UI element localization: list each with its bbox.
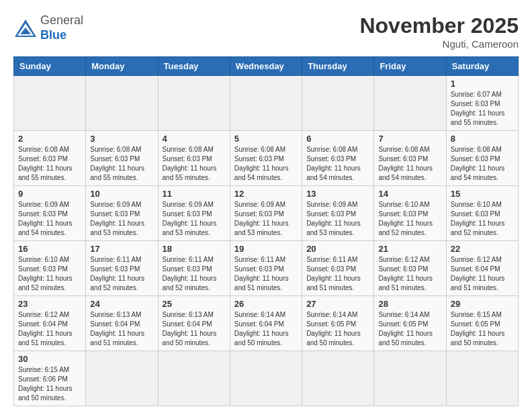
day-number: 23 [18,299,81,309]
calendar-cell: 28Sunrise: 6:14 AM Sunset: 6:05 PM Dayli… [374,296,446,351]
calendar-cell: 17Sunrise: 6:11 AM Sunset: 6:03 PM Dayli… [86,241,158,296]
day-number: 19 [234,244,298,254]
day-info: Sunrise: 6:15 AM Sunset: 6:05 PM Dayligh… [451,310,514,348]
day-number: 25 [163,299,226,309]
calendar-cell: 22Sunrise: 6:12 AM Sunset: 6:04 PM Dayli… [446,241,518,296]
calendar-cell: 14Sunrise: 6:10 AM Sunset: 6:03 PM Dayli… [374,186,446,241]
day-info: Sunrise: 6:08 AM Sunset: 6:03 PM Dayligh… [451,145,514,183]
day-info: Sunrise: 6:08 AM Sunset: 6:03 PM Dayligh… [234,145,298,183]
logo-icon [13,18,38,38]
day-info: Sunrise: 6:13 AM Sunset: 6:04 PM Dayligh… [163,310,226,348]
day-number: 13 [306,189,369,199]
day-number: 28 [378,299,441,309]
day-info: Sunrise: 6:09 AM Sunset: 6:03 PM Dayligh… [90,200,153,238]
day-info: Sunrise: 6:08 AM Sunset: 6:03 PM Dayligh… [18,145,81,183]
calendar-cell: 20Sunrise: 6:11 AM Sunset: 6:03 PM Dayli… [302,241,374,296]
day-info: Sunrise: 6:14 AM Sunset: 6:04 PM Dayligh… [234,310,298,348]
day-number: 12 [234,189,298,199]
calendar-cell: 13Sunrise: 6:09 AM Sunset: 6:03 PM Dayli… [302,186,374,241]
day-number: 24 [90,299,153,309]
calendar-cell: 9Sunrise: 6:09 AM Sunset: 6:03 PM Daylig… [14,186,86,241]
day-info: Sunrise: 6:11 AM Sunset: 6:03 PM Dayligh… [234,255,298,293]
weekday-wednesday: Wednesday [230,57,302,76]
day-number: 27 [306,299,369,309]
calendar-cell [158,351,230,406]
day-number: 30 [18,354,81,364]
day-number: 8 [451,134,514,144]
day-info: Sunrise: 6:07 AM Sunset: 6:03 PM Dayligh… [451,90,514,128]
day-info: Sunrise: 6:11 AM Sunset: 6:03 PM Dayligh… [90,255,153,293]
day-number: 21 [378,244,441,254]
logo: General Blue [13,13,83,42]
day-number: 14 [378,189,441,199]
calendar-week-6: 30Sunrise: 6:15 AM Sunset: 6:06 PM Dayli… [14,351,519,406]
day-info: Sunrise: 6:14 AM Sunset: 6:05 PM Dayligh… [378,310,441,348]
day-number: 20 [306,244,369,254]
day-number: 5 [234,134,298,144]
day-number: 3 [90,134,153,144]
day-number: 15 [451,189,514,199]
day-number: 11 [163,189,226,199]
calendar-cell: 2Sunrise: 6:08 AM Sunset: 6:03 PM Daylig… [14,131,86,186]
location: Nguti, Cameroon [359,38,519,50]
calendar-cell [86,76,158,131]
calendar-cell [230,76,302,131]
day-info: Sunrise: 6:12 AM Sunset: 6:04 PM Dayligh… [451,255,514,293]
day-number: 7 [378,134,441,144]
calendar-cell: 6Sunrise: 6:08 AM Sunset: 6:03 PM Daylig… [302,131,374,186]
weekday-saturday: Saturday [446,57,518,76]
day-info: Sunrise: 6:10 AM Sunset: 6:03 PM Dayligh… [451,200,514,238]
calendar-cell [14,76,86,131]
calendar-cell: 19Sunrise: 6:11 AM Sunset: 6:03 PM Dayli… [230,241,302,296]
weekday-thursday: Thursday [302,57,374,76]
title-block: November 2025 Nguti, Cameroon [359,13,519,50]
calendar-cell [374,76,446,131]
day-number: 6 [306,134,369,144]
day-info: Sunrise: 6:12 AM Sunset: 6:04 PM Dayligh… [18,310,81,348]
day-info: Sunrise: 6:14 AM Sunset: 6:05 PM Dayligh… [306,310,369,348]
day-number: 26 [234,299,298,309]
calendar-week-1: 1Sunrise: 6:07 AM Sunset: 6:03 PM Daylig… [14,76,519,131]
calendar-cell [230,351,302,406]
day-info: Sunrise: 6:09 AM Sunset: 6:03 PM Dayligh… [306,200,369,238]
day-number: 16 [18,244,81,254]
calendar-cell: 26Sunrise: 6:14 AM Sunset: 6:04 PM Dayli… [230,296,302,351]
day-info: Sunrise: 6:13 AM Sunset: 6:04 PM Dayligh… [90,310,153,348]
day-info: Sunrise: 6:08 AM Sunset: 6:03 PM Dayligh… [90,145,153,183]
calendar-cell [374,351,446,406]
calendar-cell: 18Sunrise: 6:11 AM Sunset: 6:03 PM Dayli… [158,241,230,296]
day-number: 1 [451,79,514,89]
calendar-cell [158,76,230,131]
calendar-cell: 27Sunrise: 6:14 AM Sunset: 6:05 PM Dayli… [302,296,374,351]
calendar-body: 1Sunrise: 6:07 AM Sunset: 6:03 PM Daylig… [14,76,519,406]
calendar-cell: 8Sunrise: 6:08 AM Sunset: 6:03 PM Daylig… [446,131,518,186]
logo-text: General Blue [40,13,83,42]
page-header: General Blue November 2025 Nguti, Camero… [13,13,519,50]
weekday-monday: Monday [86,57,158,76]
day-info: Sunrise: 6:08 AM Sunset: 6:03 PM Dayligh… [378,145,441,183]
calendar-cell [302,351,374,406]
calendar-cell: 10Sunrise: 6:09 AM Sunset: 6:03 PM Dayli… [86,186,158,241]
calendar-cell: 24Sunrise: 6:13 AM Sunset: 6:04 PM Dayli… [86,296,158,351]
calendar-week-3: 9Sunrise: 6:09 AM Sunset: 6:03 PM Daylig… [14,186,519,241]
calendar-table: SundayMondayTuesdayWednesdayThursdayFrid… [13,56,519,406]
day-number: 9 [18,189,81,199]
day-info: Sunrise: 6:09 AM Sunset: 6:03 PM Dayligh… [18,200,81,238]
day-info: Sunrise: 6:09 AM Sunset: 6:03 PM Dayligh… [163,200,226,238]
day-number: 22 [451,244,514,254]
calendar-cell: 1Sunrise: 6:07 AM Sunset: 6:03 PM Daylig… [446,76,518,131]
calendar-cell: 30Sunrise: 6:15 AM Sunset: 6:06 PM Dayli… [14,351,86,406]
calendar-cell: 21Sunrise: 6:12 AM Sunset: 6:03 PM Dayli… [374,241,446,296]
month-title: November 2025 [359,13,519,38]
calendar-cell: 7Sunrise: 6:08 AM Sunset: 6:03 PM Daylig… [374,131,446,186]
calendar-week-4: 16Sunrise: 6:10 AM Sunset: 6:03 PM Dayli… [14,241,519,296]
calendar-cell: 25Sunrise: 6:13 AM Sunset: 6:04 PM Dayli… [158,296,230,351]
day-info: Sunrise: 6:10 AM Sunset: 6:03 PM Dayligh… [18,255,81,293]
calendar-cell [446,351,518,406]
day-number: 4 [163,134,226,144]
day-info: Sunrise: 6:11 AM Sunset: 6:03 PM Dayligh… [163,255,226,293]
calendar-week-2: 2Sunrise: 6:08 AM Sunset: 6:03 PM Daylig… [14,131,519,186]
calendar-cell: 15Sunrise: 6:10 AM Sunset: 6:03 PM Dayli… [446,186,518,241]
day-info: Sunrise: 6:15 AM Sunset: 6:06 PM Dayligh… [18,365,81,403]
weekday-friday: Friday [374,57,446,76]
